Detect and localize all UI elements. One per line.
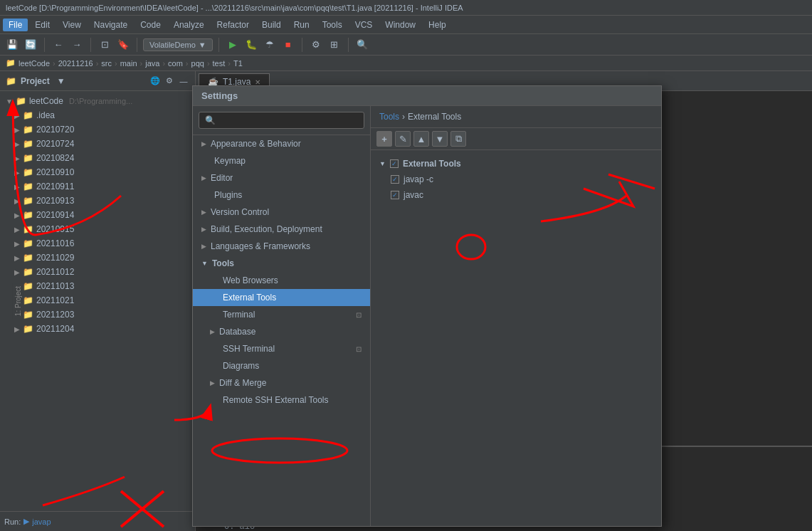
nav-vcs[interactable]: ▶ Version Control <box>193 204 370 221</box>
project-collapse-btn[interactable]: — <box>178 75 189 87</box>
tool-javac[interactable]: ✓ javac <box>376 187 655 203</box>
tree-item-20210914[interactable]: ▶ 📁 20210914 <box>0 208 195 222</box>
nav-arrow-editor: ▶ <box>201 174 206 182</box>
bc-7[interactable]: pqq <box>191 59 204 68</box>
tree-item-20211204[interactable]: ▶ 📁 20211204 <box>0 322 195 336</box>
tool-checkbox-javac[interactable]: ✓ <box>391 191 399 199</box>
nav-ssh-terminal[interactable]: SSH Terminal ⊡ <box>193 340 370 357</box>
nav-remote-ssh[interactable]: Remote SSH External Tools <box>193 391 370 409</box>
main-area: 1: Project 📁 Project ▼ 🌐 ⚙ — ▼ 📁 leetCod… <box>0 71 812 531</box>
nav-web-browsers[interactable]: Web Browsers <box>193 272 370 289</box>
bc-9[interactable]: T1 <box>233 59 243 68</box>
search-everywhere-button[interactable]: 🔍 <box>354 37 370 53</box>
bc-8[interactable]: test <box>213 59 226 68</box>
nav-arrow-build: ▶ <box>201 226 206 233</box>
tree-item-20210915[interactable]: ▶ 📁 20210915 <box>0 222 195 236</box>
tree-item-20210911[interactable]: ▶ 📁 20210911 <box>0 179 195 194</box>
menu-run[interactable]: Run <box>288 19 315 31</box>
menu-view[interactable]: View <box>57 19 87 31</box>
bc-2[interactable]: 20211216 <box>58 59 93 68</box>
tab-close-btn[interactable]: ✕ <box>255 78 260 86</box>
nav-build[interactable]: ▶ Build, Execution, Deployment <box>193 221 370 238</box>
bc-3[interactable]: src <box>101 59 112 68</box>
move-up-button[interactable]: ▲ <box>413 131 429 147</box>
move-down-button[interactable]: ▼ <box>432 131 448 147</box>
nav-external-tools[interactable]: External Tools <box>193 289 370 306</box>
add-tool-button[interactable]: + <box>376 131 392 147</box>
bc-6[interactable]: com <box>168 59 183 68</box>
nav-arrow-tools: ▼ <box>201 260 208 267</box>
breadcrumb-leetcode[interactable]: 📁 <box>6 58 16 68</box>
nav-tools[interactable]: ▼ Tools <box>193 255 370 272</box>
forward-button[interactable]: → <box>69 37 85 53</box>
tree-item-label: 20211012 <box>36 267 74 277</box>
project-dropdown-arrow[interactable]: ▼ <box>57 76 65 86</box>
tree-item-20210824[interactable]: ▶ 📁 20210824 <box>0 151 195 165</box>
nav-appearance[interactable]: ▶ Appearance & Behavior <box>193 135 370 152</box>
save-button[interactable]: 💾 <box>4 37 20 53</box>
copy-tool-button[interactable]: ⧉ <box>450 131 466 147</box>
stop-button[interactable]: ■ <box>280 37 296 53</box>
tree-item-label: 20211203 <box>36 310 74 320</box>
run-config-dropdown[interactable]: VolatileDemo ▼ <box>143 38 213 51</box>
tree-item-20210720[interactable]: ▶ 📁 20210720 <box>0 122 195 137</box>
tree-item-20210724[interactable]: ▶ 📁 20210724 <box>0 137 195 151</box>
back-button[interactable]: ← <box>51 37 66 53</box>
tree-item-20211013[interactable]: ▶ 📁 20211013 <box>0 279 195 293</box>
menu-refactor[interactable]: Refactor <box>211 19 255 31</box>
menu-vcs[interactable]: VCS <box>349 19 379 31</box>
tree-item-20211012[interactable]: ▶ 📁 20211012 <box>0 265 195 279</box>
history-button[interactable]: ⊡ <box>97 37 112 53</box>
nav-diagrams[interactable]: Diagrams <box>193 357 370 374</box>
tree-root-item[interactable]: ▼ 📁 leetCode D:\Programming... <box>0 94 195 108</box>
menu-analyze[interactable]: Analyze <box>168 19 210 31</box>
menu-edit[interactable]: Edit <box>29 19 56 31</box>
tree-item-20211021[interactable]: ▶ 📁 20211021 <box>0 293 195 307</box>
layout-button[interactable]: ⊞ <box>327 37 342 53</box>
group-checkbox[interactable]: ✓ <box>390 159 399 168</box>
menu-code[interactable]: Code <box>135 19 167 31</box>
menu-tools[interactable]: Tools <box>317 19 348 31</box>
tree-item-20211203[interactable]: ▶ 📁 20211203 <box>0 307 195 322</box>
tool-javap[interactable]: ✓ javap -c <box>376 172 655 187</box>
menu-help[interactable]: Help <box>423 19 452 31</box>
bc-5[interactable]: java <box>145 59 159 68</box>
nav-diff-merge[interactable]: ▶ Diff & Merge <box>193 374 370 391</box>
coverage-button[interactable]: ☂ <box>262 37 278 53</box>
menu-file[interactable]: File <box>3 19 28 31</box>
synchronize-button[interactable]: 🔄 <box>23 37 38 53</box>
run-button[interactable]: ▶ <box>225 37 241 53</box>
tree-item-label: 20210724 <box>36 139 74 149</box>
settings-search-input[interactable] <box>199 112 364 129</box>
project-search-btn[interactable]: 🌐 <box>149 75 161 87</box>
root-folder-icon: 📁 <box>16 96 26 106</box>
menu-window[interactable]: Window <box>379 19 421 31</box>
tree-item-20210913[interactable]: ▶ 📁 20210913 <box>0 194 195 208</box>
tool-checkbox-javap[interactable]: ✓ <box>391 175 399 184</box>
nav-database[interactable]: ▶ Database <box>193 323 370 340</box>
tree-item-20210910[interactable]: ▶ 📁 20210910 <box>0 165 195 179</box>
bc-4[interactable]: main <box>120 59 137 68</box>
tree-item-20211029[interactable]: ▶ 📁 20211029 <box>0 251 195 265</box>
nav-keymap[interactable]: Keymap <box>193 152 370 169</box>
menu-build[interactable]: Build <box>256 19 287 31</box>
bc-leetcode[interactable]: leetCode <box>19 59 50 68</box>
settings-button[interactable]: ⚙ <box>308 37 324 53</box>
tree-item-idea[interactable]: ▶ 📁 .idea <box>0 108 195 122</box>
nav-terminal[interactable]: Terminal ⊡ <box>193 306 370 323</box>
separator-4 <box>218 38 219 52</box>
project-icon: 📁 <box>6 76 16 86</box>
menu-navigate[interactable]: Navigate <box>88 19 133 31</box>
project-gear-btn[interactable]: ⚙ <box>164 75 175 87</box>
debug-button[interactable]: 🐛 <box>243 37 259 53</box>
edit-tool-button[interactable]: ✎ <box>395 131 411 147</box>
nav-languages[interactable]: ▶ Languages & Frameworks <box>193 238 370 255</box>
group-arrow: ▼ <box>379 160 386 167</box>
tree-item-20211016[interactable]: ▶ 📁 20211016 <box>0 236 195 251</box>
nav-label-diff: Diff & Merge <box>219 378 266 388</box>
tools-group-external[interactable]: ▼ ✓ External Tools <box>376 156 655 172</box>
bookmark-button[interactable]: 🔖 <box>115 37 131 53</box>
nav-editor[interactable]: ▶ Editor <box>193 169 370 186</box>
content-breadcrumb-tools[interactable]: Tools <box>379 112 399 122</box>
nav-plugins[interactable]: Plugins <box>193 186 370 204</box>
